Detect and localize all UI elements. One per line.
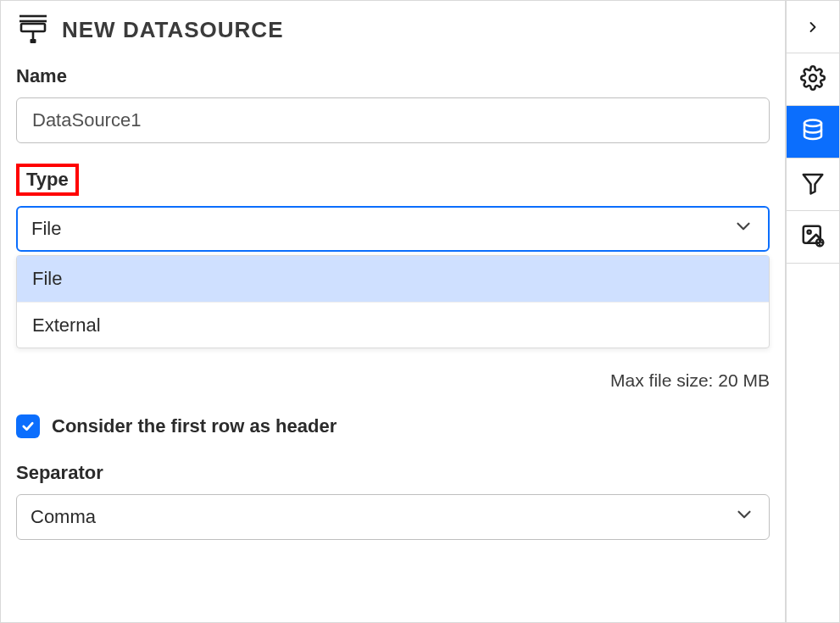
svg-point-6 xyxy=(804,120,821,126)
panel-title: NEW DATASOURCE xyxy=(62,17,283,43)
type-select[interactable]: File File External xyxy=(16,206,770,252)
sidebar-datasource[interactable] xyxy=(787,106,839,159)
sidebar-collapse[interactable] xyxy=(787,1,839,53)
sidebar-settings[interactable] xyxy=(787,53,839,106)
svg-point-5 xyxy=(809,75,816,81)
type-label-highlight: Type xyxy=(16,164,79,196)
svg-point-9 xyxy=(808,230,811,233)
chevron-down-icon xyxy=(733,503,755,531)
first-row-header-label: Consider the first row as header xyxy=(52,415,337,437)
database-icon xyxy=(800,118,826,147)
sidebar-image-settings[interactable] xyxy=(787,211,839,264)
separator-select[interactable]: Comma xyxy=(16,494,770,540)
chevron-down-icon xyxy=(732,215,754,242)
name-input[interactable] xyxy=(16,97,770,143)
filter-icon xyxy=(800,170,826,199)
type-dropdown: File External xyxy=(16,255,770,348)
svg-marker-7 xyxy=(804,175,823,194)
name-label: Name xyxy=(16,65,770,87)
separator-selected-value: Comma xyxy=(31,506,96,528)
right-sidebar xyxy=(786,0,840,623)
type-option-external[interactable]: External xyxy=(17,302,769,348)
svg-rect-2 xyxy=(21,24,45,31)
type-option-file[interactable]: File xyxy=(17,256,769,302)
separator-label: Separator xyxy=(16,462,770,484)
max-file-size-hint: Max file size: 20 MB xyxy=(610,370,770,391)
type-label: Type xyxy=(26,169,69,191)
first-row-header-checkbox[interactable] xyxy=(16,414,40,438)
datasource-icon xyxy=(16,11,50,48)
gear-icon xyxy=(800,65,826,94)
new-datasource-panel: NEW DATASOURCE Name Type File File Exter… xyxy=(0,0,786,623)
type-selected-value: File xyxy=(31,218,61,240)
svg-rect-4 xyxy=(31,39,36,43)
image-settings-icon xyxy=(800,223,826,252)
sidebar-filter[interactable] xyxy=(787,159,839,211)
